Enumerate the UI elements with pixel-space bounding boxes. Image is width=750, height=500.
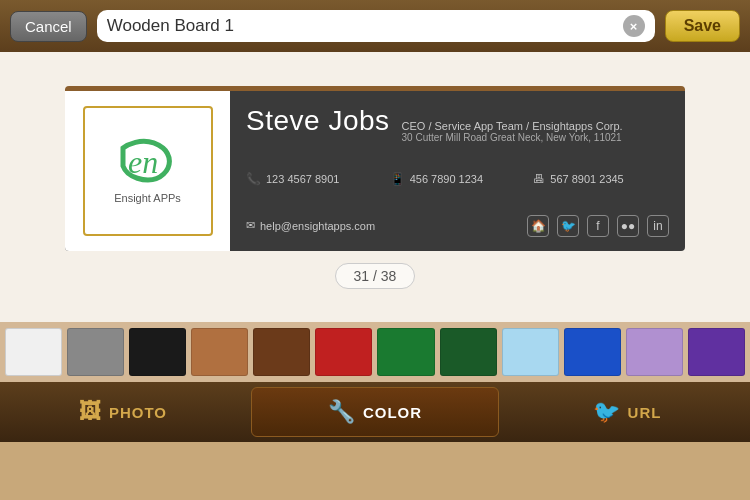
title-input[interactable] bbox=[107, 16, 617, 36]
phone2-value: 456 7890 1234 bbox=[410, 173, 483, 185]
home-icon: 🏠 bbox=[527, 215, 549, 237]
title-input-wrapper: × bbox=[97, 10, 655, 42]
card-social-row: 🏠 🐦 f ●● in bbox=[527, 215, 669, 237]
page-indicator: 31 / 38 bbox=[335, 263, 416, 289]
phone1-value: 123 4567 8901 bbox=[266, 173, 339, 185]
photo-label: PHOTO bbox=[109, 404, 167, 421]
card-job-title: CEO / Service App Team / Ensightapps Cor… bbox=[402, 120, 623, 132]
mobile-icon: 📱 bbox=[390, 172, 405, 186]
color-swatch-black[interactable] bbox=[129, 328, 186, 376]
color-swatch-brown-dark[interactable] bbox=[253, 328, 310, 376]
color-swatch-brown-light[interactable] bbox=[191, 328, 248, 376]
color-swatch-white[interactable] bbox=[5, 328, 62, 376]
card-email-row: ✉ help@ensightapps.com bbox=[246, 219, 375, 232]
card-contacts: 📞 123 4567 8901 📱 456 7890 1234 🖷 567 89… bbox=[246, 172, 669, 186]
company-name-label: Ensight APPs bbox=[114, 192, 181, 204]
url-icon: 🐦 bbox=[593, 399, 620, 425]
card-phone1: 📞 123 4567 8901 bbox=[246, 172, 382, 186]
fax-value: 567 8901 2345 bbox=[550, 173, 623, 185]
save-button[interactable]: Save bbox=[665, 10, 740, 42]
top-bar: Cancel × Save bbox=[0, 0, 750, 52]
color-swatch-purple-dark[interactable] bbox=[688, 328, 745, 376]
color-swatch-red[interactable] bbox=[315, 328, 372, 376]
company-logo: en bbox=[113, 138, 183, 188]
flickr-icon: ●● bbox=[617, 215, 639, 237]
main-area: en Ensight APPs Steve Jobs CEO / Service… bbox=[0, 52, 750, 322]
color-label: COLOR bbox=[363, 404, 422, 421]
linkedin-icon: in bbox=[647, 215, 669, 237]
color-swatch-gray[interactable] bbox=[67, 328, 124, 376]
facebook-icon: f bbox=[587, 215, 609, 237]
cancel-button[interactable]: Cancel bbox=[10, 11, 87, 42]
email-icon: ✉ bbox=[246, 219, 255, 232]
phone-icon: 📞 bbox=[246, 172, 261, 186]
card-address: 30 Cutter Mill Road Great Neck, New York… bbox=[402, 132, 623, 143]
photo-icon: 🖼 bbox=[79, 399, 101, 425]
toolbar-photo[interactable]: 🖼 PHOTO bbox=[0, 382, 246, 442]
fax-icon: 🖷 bbox=[533, 172, 545, 186]
color-strip bbox=[0, 322, 750, 382]
twitter-icon: 🐦 bbox=[557, 215, 579, 237]
svg-text:en: en bbox=[128, 144, 158, 180]
color-swatch-green-darker[interactable] bbox=[440, 328, 497, 376]
toolbar-url[interactable]: 🐦 URL bbox=[504, 382, 750, 442]
logo-box: en Ensight APPs bbox=[83, 106, 213, 236]
url-label: URL bbox=[628, 404, 662, 421]
card-person-name: Steve Jobs bbox=[246, 105, 390, 137]
color-swatch-green-dark[interactable] bbox=[377, 328, 434, 376]
color-swatch-light-blue[interactable] bbox=[502, 328, 559, 376]
card-logo-section: en Ensight APPs bbox=[65, 91, 230, 251]
card-name-row: Steve Jobs CEO / Service App Team / Ensi… bbox=[246, 105, 669, 143]
clear-icon[interactable]: × bbox=[623, 15, 645, 37]
color-swatch-purple-light[interactable] bbox=[626, 328, 683, 376]
color-swatch-blue[interactable] bbox=[564, 328, 621, 376]
card-bottom-row: ✉ help@ensightapps.com 🏠 🐦 f ●● in bbox=[246, 215, 669, 237]
card-title-address: CEO / Service App Team / Ensightapps Cor… bbox=[402, 120, 623, 143]
card-info-section: Steve Jobs CEO / Service App Team / Ensi… bbox=[230, 91, 685, 251]
card-fax: 🖷 567 8901 2345 bbox=[533, 172, 669, 186]
toolbar-color[interactable]: 🔧 COLOR bbox=[251, 387, 499, 437]
card-phone2: 📱 456 7890 1234 bbox=[390, 172, 526, 186]
bottom-toolbar: 🖼 PHOTO 🔧 COLOR 🐦 URL bbox=[0, 382, 750, 442]
color-icon: 🔧 bbox=[328, 399, 355, 425]
email-value: help@ensightapps.com bbox=[260, 220, 375, 232]
business-card: en Ensight APPs Steve Jobs CEO / Service… bbox=[65, 86, 685, 251]
